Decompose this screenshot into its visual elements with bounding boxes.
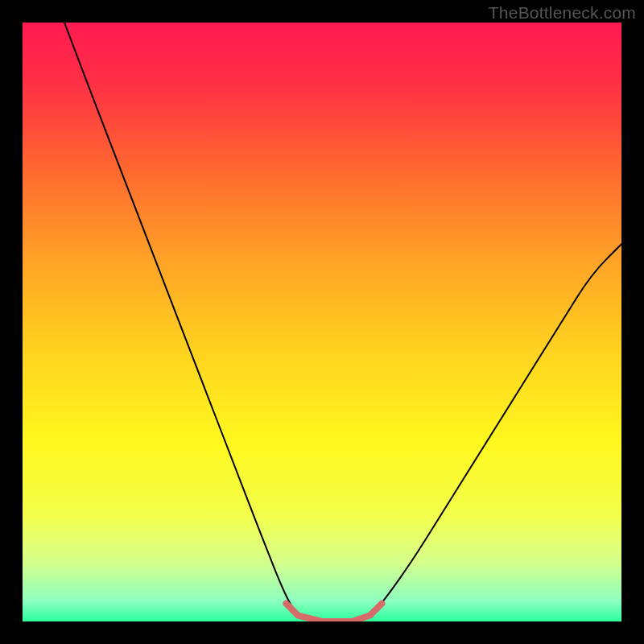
gradient-background [23,23,621,621]
watermark-text: TheBottleneck.com [489,3,636,23]
chart-frame: TheBottleneck.com [0,0,644,644]
chart-svg [23,23,621,621]
plot-area [23,23,621,621]
